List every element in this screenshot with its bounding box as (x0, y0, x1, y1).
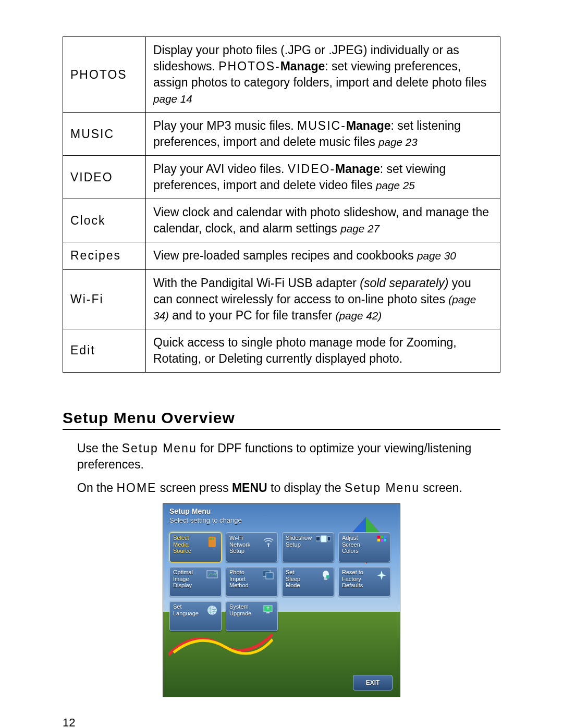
tile-slideshow-setup[interactable]: Slideshow Setup (282, 532, 334, 562)
svg-rect-18 (384, 539, 386, 541)
exit-button[interactable]: EXIT (353, 675, 393, 690)
optimal-display-icon (206, 570, 218, 579)
table-row: VIDEO Play your AVI video files. VIDEO-M… (63, 156, 500, 199)
svg-rect-7 (213, 538, 214, 540)
table-row: Edit Quick access to single photo manage… (63, 329, 500, 372)
row-label: Clock (63, 199, 146, 242)
table-row: Clock View clock and calendar with photo… (63, 199, 500, 242)
tile-grid: Select Media Source Wi-Fi Network Setup (169, 532, 394, 635)
svg-rect-17 (381, 539, 383, 541)
row-desc: With the Pandigital Wi-Fi USB adapter (s… (146, 269, 500, 329)
svg-rect-16 (377, 539, 380, 541)
screen-subtitle: Select setting to change (169, 516, 394, 524)
svg-rect-24 (326, 575, 329, 578)
svg-rect-15 (384, 536, 386, 538)
features-table: PHOTOS Display your photo files (.JPG or… (63, 36, 500, 373)
svg-point-25 (207, 606, 217, 615)
row-label: Wi-Fi (63, 269, 146, 329)
paragraph: On the HOME screen press MENU to display… (77, 480, 500, 496)
tile-reset-factory-defaults[interactable]: Reset to Factory Defaults (338, 566, 390, 597)
svg-rect-6 (211, 538, 212, 540)
svg-rect-28 (266, 612, 270, 613)
paragraph: Use the Setup Menu for DPF functions to … (77, 440, 500, 473)
tile-wifi-network-setup[interactable]: Wi-Fi Network Setup (226, 532, 278, 562)
svg-rect-13 (377, 536, 380, 538)
row-desc: Display your photo files (.JPG or .JPEG)… (146, 37, 500, 113)
svg-rect-21 (266, 573, 273, 579)
svg-rect-12 (327, 537, 331, 541)
svg-rect-11 (321, 536, 326, 542)
table-row: Recipes View pre-loaded samples recipes … (63, 242, 500, 269)
svg-rect-14 (381, 536, 383, 538)
setup-menu-screenshot: Setup Menu Select setting to change Sele… (163, 503, 400, 697)
wifi-antenna-icon (263, 536, 274, 547)
row-desc: View pre-loaded samples recipes and cook… (146, 242, 500, 269)
tile-photo-import-method[interactable]: Photo Import Method (226, 566, 278, 597)
color-grid-icon (377, 536, 387, 545)
table-row: PHOTOS Display your photo files (.JPG or… (63, 37, 500, 113)
table-row: MUSIC Play your MP3 music files. MUSIC-M… (63, 113, 500, 156)
document-page: PHOTOS Display your photo files (.JPG or… (0, 0, 563, 728)
sparkle-icon (376, 570, 387, 581)
row-desc: View clock and calendar with photo slide… (146, 199, 500, 242)
tile-set-language[interactable]: Set Language (169, 601, 222, 631)
lightbulb-icon (321, 570, 331, 582)
row-label: Recipes (63, 242, 146, 269)
globe-icon (206, 604, 218, 616)
section-heading: Setup Menu Overview (63, 409, 500, 430)
screen-header: Setup Menu Select setting to change (163, 504, 400, 525)
tile-optimal-image-display[interactable]: Optimal Image Display (169, 566, 222, 597)
slideshow-icon (316, 535, 331, 543)
tile-system-upgrade[interactable]: System Upgrade (226, 601, 278, 631)
row-label: MUSIC (63, 113, 146, 156)
monitor-upgrade-icon (263, 604, 274, 615)
photo-import-icon (263, 570, 274, 579)
row-label: Edit (63, 329, 146, 372)
table-row: Wi-Fi With the Pandigital Wi-Fi USB adap… (63, 269, 500, 329)
screen-title: Setup Menu (169, 507, 394, 515)
svg-rect-5 (210, 538, 211, 540)
tile-set-sleep-mode[interactable]: Set Sleep Mode (282, 566, 334, 597)
row-label: PHOTOS (63, 37, 146, 113)
row-desc: Quick access to single photo manage mode… (146, 329, 500, 372)
row-label: VIDEO (63, 156, 146, 199)
tile-adjust-screen-colors[interactable]: Adjust Screen Colors (338, 532, 390, 562)
svg-rect-10 (316, 537, 320, 541)
tile-select-media-source[interactable]: Select Media Source (169, 532, 222, 562)
sd-card-icon (207, 536, 218, 548)
page-number: 12 (63, 716, 500, 728)
row-desc: Play your MP3 music files. MUSIC-Manage:… (146, 113, 500, 156)
row-desc: Play your AVI video files. VIDEO-Manage:… (146, 156, 500, 199)
